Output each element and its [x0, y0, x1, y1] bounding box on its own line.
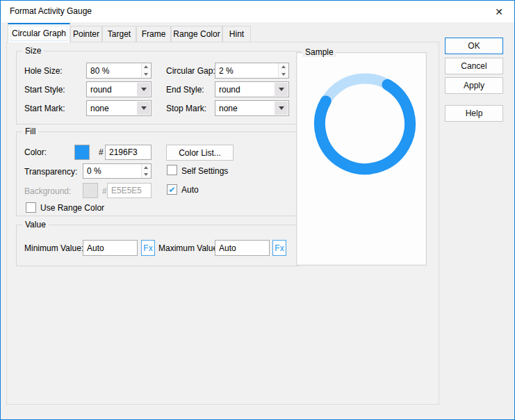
start-style-label: Start Style:: [24, 85, 65, 95]
auto-checkbox[interactable]: ✔: [167, 184, 177, 195]
minimum-value-input[interactable]: [83, 241, 137, 255]
spin-up-icon[interactable]: [142, 164, 151, 171]
stop-mark-dropdown[interactable]: none: [215, 100, 289, 116]
color-list-button[interactable]: Color List...: [166, 145, 234, 161]
fill-group-title: Fill: [22, 127, 38, 136]
color-hash-label: #: [99, 147, 104, 157]
cancel-button-label: Cancel: [461, 61, 487, 71]
circular-gap-spinner[interactable]: [215, 63, 289, 79]
sample-group-title: Sample: [302, 47, 336, 57]
hole-size-spinner[interactable]: [86, 63, 152, 79]
ok-button[interactable]: OK: [445, 38, 503, 54]
hole-size-label: Hole Size:: [24, 66, 63, 76]
tab-label: Target: [108, 29, 131, 39]
fill-color-label: Color:: [24, 147, 47, 157]
spin-down-icon[interactable]: [279, 71, 288, 79]
minimum-value-field[interactable]: [83, 240, 138, 256]
maximum-value-input[interactable]: [215, 241, 269, 255]
self-settings-checkbox[interactable]: [167, 165, 177, 175]
chevron-down-icon[interactable]: [137, 83, 150, 96]
check-icon: ✔: [168, 186, 175, 194]
value-group-title: Value: [22, 220, 49, 229]
transparency-spin-buttons[interactable]: [141, 164, 151, 178]
tab-label: Hint: [229, 29, 244, 39]
fill-color-hex-input[interactable]: [106, 145, 151, 159]
chevron-down-icon[interactable]: [275, 83, 288, 96]
tab-range-color[interactable]: Range Color: [171, 26, 222, 42]
help-button-label: Help: [466, 108, 483, 118]
sample-group: Sample: [296, 52, 427, 266]
apply-button-label: Apply: [464, 81, 484, 90]
circular-gap-spin-buttons[interactable]: [278, 63, 288, 78]
tab-label: Pointer: [73, 29, 99, 39]
activity-gauge-preview: [297, 54, 427, 266]
apply-button[interactable]: Apply: [445, 77, 503, 94]
background-hex-field: [107, 183, 152, 198]
hole-size-spin-buttons[interactable]: [141, 63, 151, 78]
start-mark-value: none: [87, 104, 113, 113]
tab-pointer[interactable]: Pointer: [70, 26, 102, 42]
size-group-title: Size: [22, 46, 44, 56]
maximum-formula-button[interactable]: Fx: [272, 240, 286, 256]
tab-label: Circular Graph: [12, 29, 66, 38]
fx-icon: Fx: [143, 243, 152, 253]
circular-gap-input[interactable]: [215, 63, 278, 78]
hole-size-input[interactable]: [87, 63, 141, 78]
stop-mark-value: none: [215, 104, 241, 113]
fill-color-hex-field[interactable]: [105, 145, 152, 160]
color-list-button-label: Color List...: [179, 148, 221, 158]
tab-circular-graph[interactable]: Circular Graph: [8, 23, 70, 42]
start-mark-label: Start Mark:: [24, 104, 65, 113]
end-style-label: End Style:: [166, 85, 204, 95]
cancel-button[interactable]: Cancel: [445, 58, 503, 74]
close-icon[interactable]: ✕: [487, 1, 511, 22]
background-hex-input: [108, 184, 151, 197]
transparency-label: Transparency:: [24, 167, 77, 177]
tab-label: Range Color: [173, 29, 220, 39]
tab-target[interactable]: Target: [102, 26, 136, 42]
spin-up-icon[interactable]: [142, 63, 151, 71]
chevron-down-icon[interactable]: [137, 102, 150, 115]
end-style-value: round: [215, 85, 244, 95]
minimum-value-label: Minimum Value:: [24, 243, 83, 253]
stop-mark-label: Stop Mark:: [166, 104, 206, 113]
transparency-spinner[interactable]: [83, 163, 152, 179]
format-activity-gauge-dialog: Format Activity Gauge ✕ Circular Graph P…: [0, 0, 515, 420]
start-mark-dropdown[interactable]: none: [86, 100, 152, 116]
transparency-input[interactable]: [83, 164, 141, 178]
maximum-value-label: Maximum Value:: [158, 243, 220, 253]
title-bar: Format Activity Gauge ✕: [1, 1, 515, 22]
maximum-value-field[interactable]: [215, 240, 270, 256]
chevron-down-icon[interactable]: [275, 102, 288, 115]
background-hash-label: #: [102, 186, 107, 196]
tab-label: Frame: [142, 29, 166, 39]
use-range-color-checkbox[interactable]: [26, 202, 36, 213]
spin-down-icon[interactable]: [142, 171, 151, 178]
tab-frame[interactable]: Frame: [136, 26, 171, 42]
start-style-value: round: [87, 85, 115, 95]
fill-color-swatch[interactable]: [74, 145, 90, 160]
end-style-dropdown[interactable]: round: [215, 81, 289, 97]
circular-gap-label: Circular Gap:: [166, 66, 215, 76]
background-label: Background:: [24, 186, 71, 196]
self-settings-label: Self Settings: [181, 166, 228, 176]
fx-icon: Fx: [275, 243, 284, 253]
ok-button-label: OK: [468, 41, 480, 51]
start-style-dropdown[interactable]: round: [86, 81, 152, 97]
help-button[interactable]: Help: [445, 105, 503, 122]
spin-down-icon[interactable]: [142, 71, 151, 79]
spin-up-icon[interactable]: [279, 63, 288, 71]
use-range-color-label: Use Range Color: [40, 203, 104, 213]
tab-hint[interactable]: Hint: [222, 26, 251, 42]
background-color-swatch: [83, 183, 98, 198]
sample-preview-area: [297, 54, 425, 264]
auto-label: Auto: [181, 185, 199, 195]
dialog-title: Format Activity Gauge: [10, 6, 92, 16]
minimum-formula-button[interactable]: Fx: [141, 240, 155, 256]
